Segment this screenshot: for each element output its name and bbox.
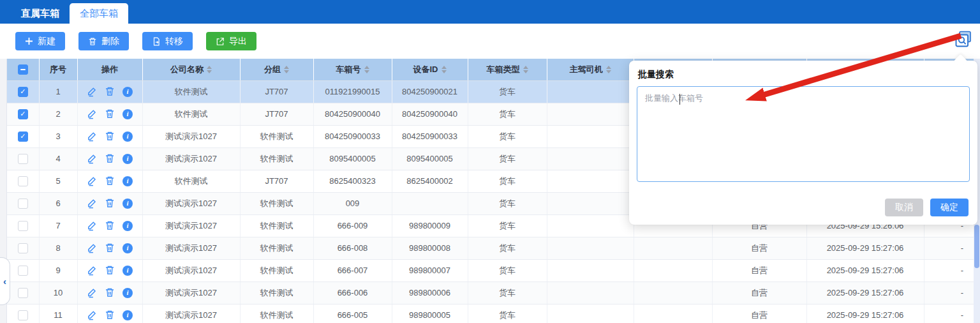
delete-icon[interactable] [105, 310, 115, 320]
column-header[interactable]: 车箱号 [313, 59, 392, 80]
sort-icon[interactable] [606, 66, 611, 73]
edit-icon[interactable] [87, 243, 98, 253]
row-checkbox[interactable] [18, 199, 28, 209]
row-checkbox[interactable] [18, 154, 28, 164]
ops-cell [77, 282, 142, 304]
plus-icon [25, 37, 33, 45]
row-checkbox[interactable] [18, 310, 28, 320]
info-icon[interactable] [122, 310, 133, 320]
tab-all-boxes[interactable]: 全部车箱 [70, 3, 128, 24]
seq-cell: 4 [39, 147, 77, 170]
row-checkbox[interactable] [18, 176, 28, 186]
row-checkbox[interactable] [18, 87, 28, 97]
info-icon[interactable] [122, 221, 133, 231]
device-id-cell: 989800008 [392, 237, 468, 259]
confirm-button[interactable]: 确定 [930, 199, 969, 216]
table-scrollbar-thumb[interactable] [974, 225, 979, 268]
info-icon[interactable] [122, 109, 133, 119]
box-type-cell: 货车 [468, 259, 547, 282]
company-cell: 测试演示1027 [142, 282, 240, 304]
delete-icon[interactable] [105, 131, 115, 142]
info-icon[interactable] [122, 154, 133, 164]
info-icon[interactable] [122, 266, 133, 276]
delete-button[interactable]: 删除 [78, 32, 129, 50]
time-cell: 2025-09-29 15:27:06 [806, 304, 924, 323]
checkbox-cell [7, 282, 39, 304]
box-no-cell: 011921990015 [313, 80, 392, 103]
edit-icon[interactable] [87, 287, 98, 298]
info-icon[interactable] [122, 288, 133, 298]
column-header[interactable]: 设备ID [392, 59, 468, 80]
box-type-cell: 货车 [468, 80, 547, 103]
delete-icon[interactable] [105, 176, 115, 186]
cancel-button[interactable]: 取消 [885, 199, 923, 216]
export-icon [216, 37, 225, 46]
company-cell: 软件测试 [142, 80, 240, 103]
delete-icon[interactable] [105, 198, 115, 209]
row-checkbox[interactable] [18, 266, 28, 276]
info-icon[interactable] [122, 199, 133, 209]
delete-icon[interactable] [105, 265, 115, 276]
row-checkbox[interactable] [18, 288, 28, 298]
checkbox-cell [7, 147, 39, 170]
table-row[interactable]: 9 测试演示1027 软件测试 666-007 989800007 货车 自营 … [7, 259, 974, 282]
table-row[interactable]: 10 测试演示1027 软件测试 666-006 989800006 货车 自营… [7, 282, 974, 304]
batch-search-icon[interactable] [955, 31, 972, 47]
tab-direct-boxes[interactable]: 直属车箱 [11, 3, 70, 24]
column-header[interactable]: 分组 [240, 59, 313, 80]
info-icon[interactable] [122, 87, 133, 97]
sort-icon[interactable] [442, 66, 447, 73]
company-cell: 测试演示1027 [142, 125, 240, 147]
checkbox-cell [7, 80, 39, 103]
collapse-panel-handle[interactable]: ‹ [0, 257, 10, 305]
group-cell: 软件测试 [240, 214, 313, 237]
column-header[interactable]: 公司名称 [142, 59, 240, 80]
row-checkbox[interactable] [18, 131, 28, 142]
info-icon[interactable] [122, 131, 133, 142]
edit-icon[interactable] [87, 86, 98, 97]
export-button[interactable]: 导出 [206, 32, 256, 50]
column-header: 序号 [39, 59, 77, 80]
transfer-button[interactable]: 转移 [142, 32, 193, 50]
info-icon[interactable] [122, 243, 133, 253]
sort-icon[interactable] [284, 66, 289, 73]
edit-icon[interactable] [87, 153, 98, 164]
new-button[interactable]: 新建 [15, 32, 65, 50]
sort-icon[interactable] [523, 66, 528, 73]
info-icon[interactable] [122, 176, 133, 186]
device-id-cell: 989800007 [392, 259, 468, 282]
device-id-cell: 989800009 [392, 214, 468, 237]
group-cell: 软件测试 [240, 125, 313, 147]
column-header[interactable]: 主驾司机 [547, 59, 634, 80]
delete-icon[interactable] [105, 109, 115, 119]
select-all-checkbox[interactable] [18, 64, 28, 75]
chevron-left-icon: ‹ [3, 276, 6, 287]
device-id-cell: 804250900033 [392, 125, 468, 147]
driver-cell [547, 80, 634, 103]
edit-icon[interactable] [87, 220, 98, 231]
delete-icon[interactable] [105, 86, 115, 97]
ops-cell [77, 259, 142, 282]
batch-input-textarea[interactable] [637, 86, 970, 182]
delete-icon[interactable] [105, 220, 115, 231]
row-checkbox[interactable] [18, 221, 28, 231]
box-no-cell: 804250900040 [313, 103, 392, 125]
table-row[interactable]: 8 测试演示1027 软件测试 666-008 989800008 货车 自营 … [7, 237, 974, 259]
sort-icon[interactable] [207, 66, 212, 73]
sort-icon[interactable] [364, 66, 369, 73]
row-checkbox[interactable] [18, 243, 28, 253]
edit-icon[interactable] [87, 176, 98, 186]
driver-cell [547, 259, 634, 282]
edit-icon[interactable] [87, 109, 98, 119]
edit-icon[interactable] [87, 198, 98, 209]
delete-icon[interactable] [105, 243, 115, 253]
row-checkbox[interactable] [18, 109, 28, 119]
delete-button-label: 删除 [101, 36, 119, 47]
edit-icon[interactable] [87, 131, 98, 142]
edit-icon[interactable] [87, 265, 98, 276]
table-row[interactable]: 11 测试演示1027 软件测试 666-005 989800005 货车 自营… [7, 304, 974, 323]
delete-icon[interactable] [105, 287, 115, 298]
delete-icon[interactable] [105, 153, 115, 164]
edit-icon[interactable] [87, 310, 98, 320]
column-header[interactable]: 车箱类型 [468, 59, 547, 80]
